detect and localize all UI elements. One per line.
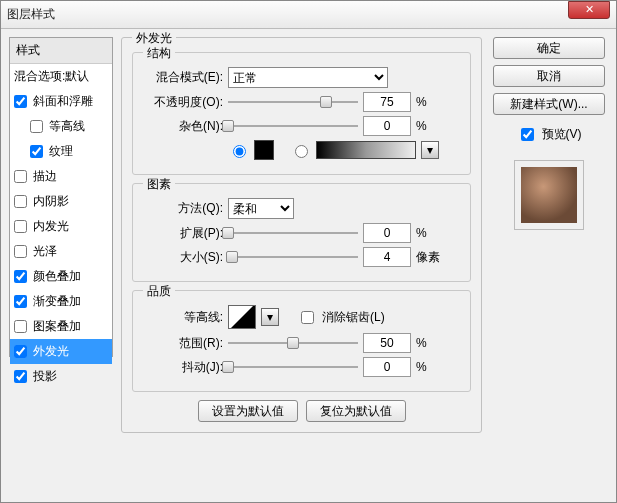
antialias-label: 消除锯齿(L) (322, 309, 385, 326)
technique-label: 方法(Q): (145, 200, 223, 217)
style-checkbox-outerGlow[interactable] (14, 345, 27, 358)
style-checkbox-gradOverlay[interactable] (14, 295, 27, 308)
blending-options-row[interactable]: 混合选项:默认 (10, 64, 112, 89)
elements-group: 图素 方法(Q): 柔和 扩展(P): % 大小(S): (132, 183, 471, 282)
blend-mode-label: 混合模式(E): (145, 69, 223, 86)
style-item-patternOverlay[interactable]: 图案叠加 (10, 314, 112, 339)
size-label: 大小(S): (145, 249, 223, 266)
quality-group: 品质 等高线: ▾ 消除锯齿(L) 范围(R): % (132, 290, 471, 392)
contour-label: 等高线: (145, 309, 223, 326)
color-swatch[interactable] (254, 140, 274, 160)
style-checkbox-patternOverlay[interactable] (14, 320, 27, 333)
style-item-outerGlow[interactable]: 外发光 (10, 339, 112, 364)
gradient-dropdown-icon[interactable]: ▾ (421, 141, 439, 159)
style-checkbox-colorOverlay[interactable] (14, 270, 27, 283)
contour-picker[interactable] (228, 305, 256, 329)
close-button[interactable]: ✕ (568, 1, 610, 19)
style-checkbox-bevel[interactable] (14, 95, 27, 108)
style-checkbox-innerGlow[interactable] (14, 220, 27, 233)
range-input[interactable] (363, 333, 411, 353)
structure-group: 结构 混合模式(E): 正常 不透明度(O): % 杂色(N): (132, 52, 471, 175)
jitter-slider[interactable] (228, 358, 358, 376)
styles-list: 样式 混合选项:默认 斜面和浮雕等高线纹理描边内阴影内发光光泽颜色叠加渐变叠加图… (9, 37, 113, 357)
style-item-texture[interactable]: 纹理 (10, 139, 112, 164)
structure-title: 结构 (143, 45, 175, 62)
jitter-input[interactable] (363, 357, 411, 377)
range-slider[interactable] (228, 334, 358, 352)
range-label: 范围(R): (145, 335, 223, 352)
style-item-gradOverlay[interactable]: 渐变叠加 (10, 289, 112, 314)
noise-input[interactable] (363, 116, 411, 136)
set-default-button[interactable]: 设置为默认值 (198, 400, 298, 422)
style-item-colorOverlay[interactable]: 颜色叠加 (10, 264, 112, 289)
preview-label: 预览(V) (542, 126, 582, 143)
style-item-stroke[interactable]: 描边 (10, 164, 112, 189)
reset-default-button[interactable]: 复位为默认值 (306, 400, 406, 422)
style-item-satin[interactable]: 光泽 (10, 239, 112, 264)
antialias-checkbox[interactable] (301, 311, 314, 324)
style-item-innerGlow[interactable]: 内发光 (10, 214, 112, 239)
layer-style-dialog: 图层样式 ✕ 样式 混合选项:默认 斜面和浮雕等高线纹理描边内阴影内发光光泽颜色… (0, 0, 617, 503)
outer-glow-panel: 外发光 结构 混合模式(E): 正常 不透明度(O): % 杂色(N): (121, 37, 482, 433)
spread-input[interactable] (363, 223, 411, 243)
quality-title: 品质 (143, 283, 175, 300)
style-item-bevel[interactable]: 斜面和浮雕 (10, 89, 112, 114)
opacity-input[interactable] (363, 92, 411, 112)
size-slider[interactable] (228, 248, 358, 266)
spread-slider[interactable] (228, 224, 358, 242)
titlebar: 图层样式 ✕ (1, 1, 616, 29)
styles-header[interactable]: 样式 (10, 38, 112, 64)
noise-label: 杂色(N): (145, 118, 223, 135)
blend-mode-select[interactable]: 正常 (228, 67, 388, 88)
window-title: 图层样式 (7, 6, 568, 23)
style-item-contourSub[interactable]: 等高线 (10, 114, 112, 139)
style-checkbox-stroke[interactable] (14, 170, 27, 183)
style-checkbox-texture[interactable] (30, 145, 43, 158)
style-checkbox-satin[interactable] (14, 245, 27, 258)
style-checkbox-innerShadow[interactable] (14, 195, 27, 208)
elements-title: 图素 (143, 176, 175, 193)
style-checkbox-dropShadow[interactable] (14, 370, 27, 383)
style-item-innerShadow[interactable]: 内阴影 (10, 189, 112, 214)
gradient-swatch[interactable] (316, 141, 416, 159)
preview-box (514, 160, 584, 230)
cancel-button[interactable]: 取消 (493, 65, 605, 87)
noise-slider[interactable] (228, 117, 358, 135)
ok-button[interactable]: 确定 (493, 37, 605, 59)
color-radio-solid[interactable] (233, 145, 246, 158)
jitter-label: 抖动(J): (145, 359, 223, 376)
opacity-label: 不透明度(O): (145, 94, 223, 111)
technique-select[interactable]: 柔和 (228, 198, 294, 219)
preview-thumbnail (521, 167, 577, 223)
opacity-slider[interactable] (228, 93, 358, 111)
preview-checkbox[interactable] (521, 128, 534, 141)
style-item-dropShadow[interactable]: 投影 (10, 364, 112, 389)
style-checkbox-contourSub[interactable] (30, 120, 43, 133)
contour-dropdown-icon[interactable]: ▾ (261, 308, 279, 326)
new-style-button[interactable]: 新建样式(W)... (493, 93, 605, 115)
color-radio-gradient[interactable] (295, 145, 308, 158)
size-input[interactable] (363, 247, 411, 267)
spread-label: 扩展(P): (145, 225, 223, 242)
